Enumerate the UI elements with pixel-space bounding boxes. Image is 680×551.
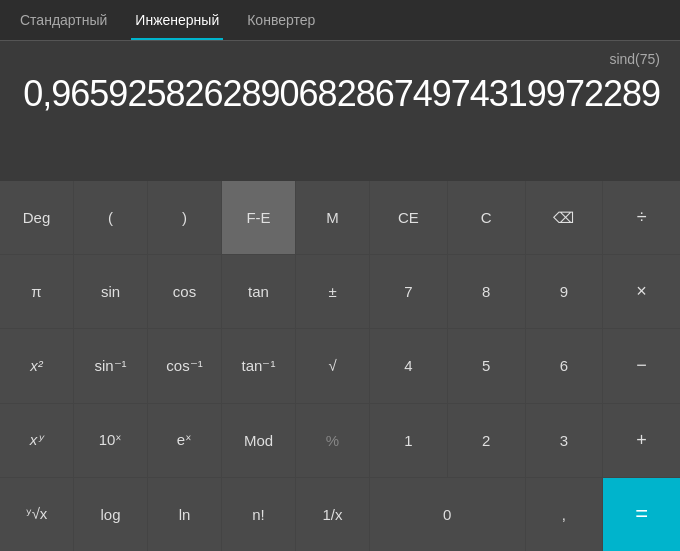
btn-ce[interactable]: CE [370, 181, 447, 254]
btn-x2[interactable]: x² [0, 329, 73, 402]
tab-bar: СтандартныйИнженерныйКонвертер [0, 0, 680, 40]
btn-back[interactable]: ⌫ [526, 181, 603, 254]
btn-tan1[interactable]: tan⁻¹ [222, 329, 295, 402]
left-panel: Deg()F-EMπsincostan±x²sin⁻¹cos⁻¹tan⁻¹√xʸ… [0, 181, 370, 551]
btn-ln[interactable]: ln [148, 478, 221, 551]
btn-c[interactable]: C [448, 181, 525, 254]
tab-standard[interactable]: Стандартный [16, 8, 111, 40]
btn-xy[interactable]: xʸ [0, 404, 73, 477]
btn-pct[interactable]: % [296, 404, 369, 477]
display-area: sind(75) 0,96592582628906828674974319972… [0, 41, 680, 181]
buttons-area: Deg()F-EMπsincostan±x²sin⁻¹cos⁻¹tan⁻¹√xʸ… [0, 181, 680, 551]
btn-3[interactable]: 3 [526, 404, 603, 477]
btn-sqrt[interactable]: √ [296, 329, 369, 402]
btn-recip[interactable]: 1/x [296, 478, 369, 551]
btn-1[interactable]: 1 [370, 404, 447, 477]
btn-10x[interactable]: 10ˣ [74, 404, 147, 477]
btn-9[interactable]: 9 [526, 255, 603, 328]
btn-5[interactable]: 5 [448, 329, 525, 402]
btn-7[interactable]: 7 [370, 255, 447, 328]
btn-rparen[interactable]: ) [148, 181, 221, 254]
btn-mod[interactable]: Mod [222, 404, 295, 477]
btn-ex[interactable]: eˣ [148, 404, 221, 477]
btn-log[interactable]: log [74, 478, 147, 551]
btn-lparen[interactable]: ( [74, 181, 147, 254]
btn-2[interactable]: 2 [448, 404, 525, 477]
btn-div[interactable]: ÷ [603, 181, 680, 254]
btn-fe[interactable]: F-E [222, 181, 295, 254]
btn-8[interactable]: 8 [448, 255, 525, 328]
btn-comma[interactable]: , [526, 478, 603, 551]
btn-6[interactable]: 6 [526, 329, 603, 402]
tab-engineering[interactable]: Инженерный [131, 8, 223, 40]
btn-cos1[interactable]: cos⁻¹ [148, 329, 221, 402]
btn-tan[interactable]: tan [222, 255, 295, 328]
btn-0[interactable]: 0 [370, 478, 525, 551]
btn-pm[interactable]: ± [296, 255, 369, 328]
display-expression: sind(75) [609, 51, 660, 67]
btn-nfact[interactable]: n! [222, 478, 295, 551]
btn-pi[interactable]: π [0, 255, 73, 328]
btn-yx[interactable]: ʸ√x [0, 478, 73, 551]
btn-cos[interactable]: cos [148, 255, 221, 328]
tab-converter[interactable]: Конвертер [243, 8, 319, 40]
btn-add[interactable]: + [603, 404, 680, 477]
btn-4[interactable]: 4 [370, 329, 447, 402]
btn-m[interactable]: M [296, 181, 369, 254]
btn-equals[interactable]: = [603, 478, 680, 551]
btn-mul[interactable]: × [603, 255, 680, 328]
display-value: 0,96592582628906828674974319972289 [23, 73, 660, 115]
right-panel: CEC⌫÷789×456−123+0,= [370, 181, 680, 551]
btn-sub[interactable]: − [603, 329, 680, 402]
btn-sin1[interactable]: sin⁻¹ [74, 329, 147, 402]
btn-deg[interactable]: Deg [0, 181, 73, 254]
btn-sin[interactable]: sin [74, 255, 147, 328]
